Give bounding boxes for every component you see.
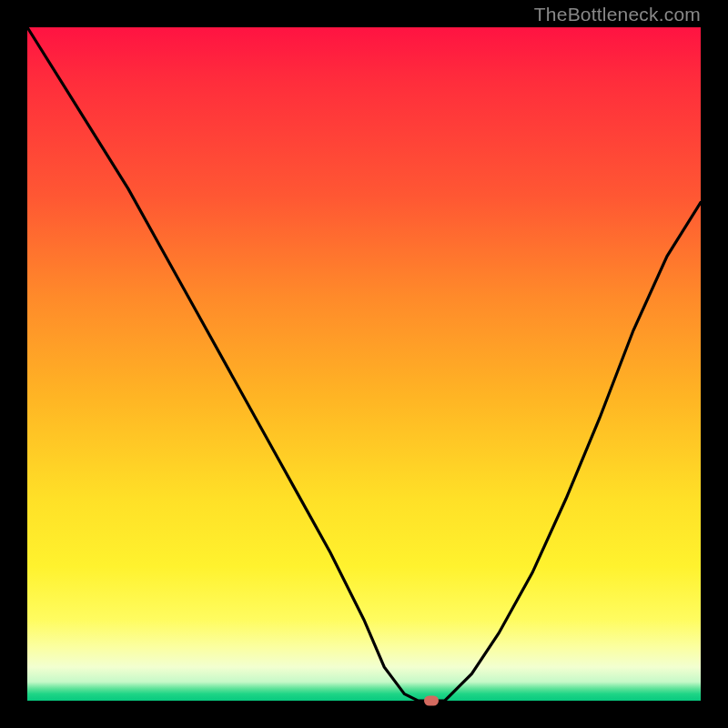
chart-frame: TheBottleneck.com (0, 0, 728, 728)
curve-path (27, 27, 701, 701)
watermark-text: TheBottleneck.com (534, 4, 701, 25)
optimal-marker (424, 696, 439, 706)
bottleneck-curve (27, 27, 701, 701)
plot-area (27, 27, 701, 701)
